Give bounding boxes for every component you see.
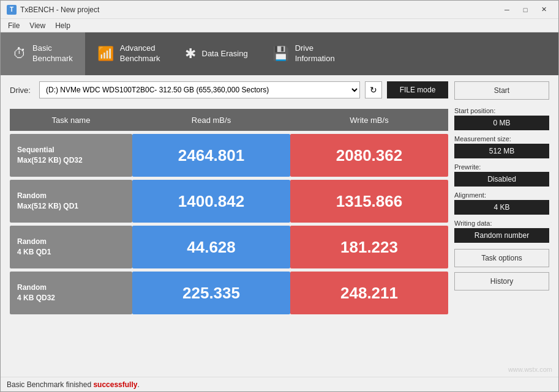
toolbar-drive-information[interactable]: 💾 Drive Information: [260, 32, 347, 75]
history-button[interactable]: History: [454, 272, 549, 290]
alignment-value: 4 KB: [454, 200, 549, 215]
toolbar: ⏱ Basic Benchmark 📶 Advanced Benchmark ✱…: [1, 32, 558, 75]
task-label-3: Random4 KB QD32: [10, 272, 132, 314]
left-panel: Drive: (D:) NVMe WDC WDS100T2B0C- 312.50…: [10, 81, 448, 317]
start-position-label: Start position:: [454, 107, 549, 114]
window-controls: ─ □ ✕: [498, 4, 552, 16]
write-value-1: 1315.866: [290, 180, 448, 223]
maximize-button[interactable]: □: [517, 4, 534, 16]
read-value-2: 44.628: [132, 226, 290, 268]
read-value-0: 2464.801: [132, 134, 290, 177]
menu-view[interactable]: View: [24, 20, 50, 31]
drive-icon: 💾: [272, 46, 289, 62]
close-button[interactable]: ✕: [535, 4, 552, 16]
drive-select[interactable]: (D:) NVMe WDC WDS100T2B0C- 312.50 GB (65…: [39, 81, 360, 98]
drive-label: Drive:: [10, 86, 34, 95]
status-bar: Basic Benchmark finished successfully.: [1, 377, 558, 391]
basic-benchmark-label-line2: Benchmark: [32, 54, 73, 64]
header-task-name: Task name: [10, 109, 132, 131]
erase-icon: ✱: [185, 46, 196, 62]
alignment-label: Alignment:: [454, 191, 549, 199]
header-write: Write mB/s: [290, 109, 448, 131]
writing-data-value: Random number: [454, 228, 549, 243]
write-value-3: 248.211: [290, 272, 448, 314]
task-label-2: Random4 KB QD1: [10, 226, 132, 268]
table-row: Random4 KB QD32225.335248.211: [10, 272, 448, 314]
file-mode-button[interactable]: FILE mode: [387, 81, 448, 98]
advanced-benchmark-label-line1: Advanced: [120, 43, 160, 54]
menu-file[interactable]: File: [3, 20, 24, 31]
data-erasing-label-line1: Data Erasing: [202, 49, 248, 59]
write-value-2: 181.223: [290, 226, 448, 268]
measurement-size-label: Measurement size:: [454, 135, 549, 142]
writing-data-label: Writing data:: [454, 220, 549, 227]
drive-refresh-button[interactable]: ↻: [365, 81, 382, 98]
title-bar: T TxBENCH - New project ─ □ ✕: [1, 1, 558, 19]
table-row: RandomMax(512 KB) QD11400.8421315.866: [10, 180, 448, 223]
basic-benchmark-label-line1: Basic: [32, 43, 73, 54]
right-panel: Start Start position: 0 MB Measurement s…: [454, 81, 549, 317]
prewrite-label: Prewrite:: [454, 163, 549, 171]
table-row: SequentialMax(512 KB) QD322464.8012080.3…: [10, 134, 448, 177]
status-text: Basic Benchmark finished successfully.: [7, 380, 140, 389]
table-header-row: Task name Read mB/s Write mB/s: [10, 109, 448, 131]
read-value-3: 225.335: [132, 272, 290, 314]
menu-bar: File View Help: [1, 19, 558, 32]
drive-select-wrapper: (D:) NVMe WDC WDS100T2B0C- 312.50 GB (65…: [39, 81, 360, 98]
app-icon: T: [7, 5, 17, 15]
advanced-benchmark-label-line2: Benchmark: [120, 54, 160, 64]
drive-row: Drive: (D:) NVMe WDC WDS100T2B0C- 312.50…: [10, 81, 448, 98]
minimize-button[interactable]: ─: [498, 4, 516, 16]
window-title: TxBENCH - New project: [20, 6, 498, 14]
read-value-1: 1400.842: [132, 180, 290, 223]
status-success-word: successfully: [93, 380, 137, 389]
menu-help[interactable]: Help: [50, 20, 75, 31]
measurement-size-value: 512 MB: [454, 144, 549, 158]
write-value-0: 2080.362: [290, 134, 448, 177]
table-row: Random4 KB QD144.628181.223: [10, 226, 448, 268]
drive-information-label-line1: Drive: [295, 43, 335, 54]
benchmark-table: Task name Read mB/s Write mB/s Sequentia…: [10, 106, 448, 317]
watermark: www.wstx.com: [508, 366, 552, 373]
drive-information-label-line2: Information: [295, 54, 335, 64]
task-label-0: SequentialMax(512 KB) QD32: [10, 134, 132, 177]
prewrite-value: Disabled: [454, 172, 549, 187]
clock-icon: ⏱: [13, 46, 26, 62]
toolbar-advanced-benchmark[interactable]: 📶 Advanced Benchmark: [85, 32, 173, 75]
chart-icon: 📶: [97, 46, 114, 62]
start-button[interactable]: Start: [454, 81, 549, 100]
task-options-button[interactable]: Task options: [454, 249, 549, 267]
start-position-value: 0 MB: [454, 116, 549, 130]
task-label-1: RandomMax(512 KB) QD1: [10, 180, 132, 223]
header-read: Read mB/s: [132, 109, 290, 131]
toolbar-basic-benchmark[interactable]: ⏱ Basic Benchmark: [1, 32, 85, 75]
toolbar-data-erasing[interactable]: ✱ Data Erasing: [173, 32, 260, 75]
main-content: Drive: (D:) NVMe WDC WDS100T2B0C- 312.50…: [1, 75, 558, 324]
